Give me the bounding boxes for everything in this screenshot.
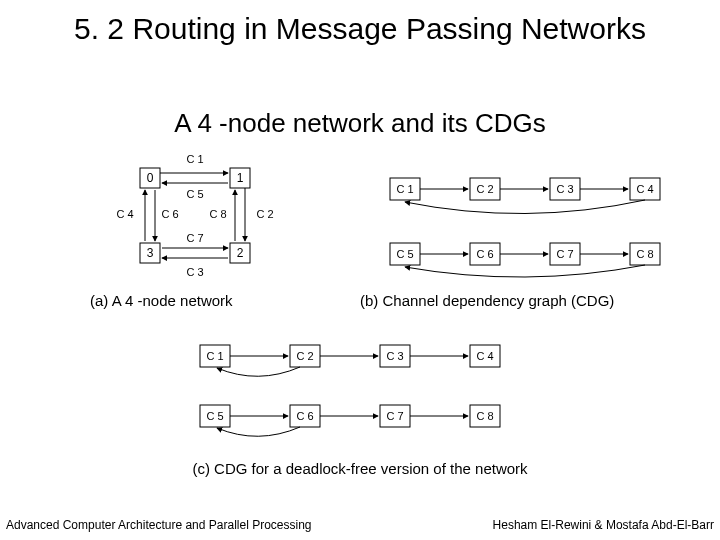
slide-subtitle: A 4 -node network and its CDGs xyxy=(0,108,720,139)
node-1: 1 xyxy=(237,171,244,185)
node-3: 3 xyxy=(147,246,154,260)
label-c4: C 4 xyxy=(116,208,133,220)
node-2: 2 xyxy=(237,246,244,260)
df-c2: C 2 xyxy=(296,350,313,362)
label-c1: C 1 xyxy=(186,153,203,165)
caption-c: (c) CDG for a deadlock-free version of t… xyxy=(0,460,720,477)
label-c8: C 8 xyxy=(209,208,226,220)
cdg-c3: C 3 xyxy=(556,183,573,195)
df-c4: C 4 xyxy=(476,350,493,362)
caption-b: (b) Channel dependency graph (CDG) xyxy=(360,292,614,309)
footer-right: Hesham El-Rewini & Mostafa Abd-El-Barr xyxy=(493,518,714,532)
node-0: 0 xyxy=(147,171,154,185)
cdg-c7: C 7 xyxy=(556,248,573,260)
caption-a: (a) A 4 -node network xyxy=(90,292,233,309)
cdg-c6: C 6 xyxy=(476,248,493,260)
df-c7: C 7 xyxy=(386,410,403,422)
label-c2: C 2 xyxy=(256,208,273,220)
df-c5: C 5 xyxy=(206,410,223,422)
cdg-c4: C 4 xyxy=(636,183,653,195)
figure-a: 0 1 2 3 C 1 C 2 C xyxy=(100,148,300,292)
cdg-c8: C 8 xyxy=(636,248,653,260)
footer-left: Advanced Computer Architecture and Paral… xyxy=(6,518,312,532)
cdg-c5: C 5 xyxy=(396,248,413,260)
figure-b: C 1 C 2 C 3 C 4 C 5 C 6 C 7 xyxy=(370,158,690,292)
df-c6: C 6 xyxy=(296,410,313,422)
cdg-c1: C 1 xyxy=(396,183,413,195)
df-c8: C 8 xyxy=(476,410,493,422)
label-c7: C 7 xyxy=(186,232,203,244)
figure-c: C 1 C 2 C 3 C 4 C 5 C 6 xyxy=(180,330,520,454)
label-c6: C 6 xyxy=(161,208,178,220)
label-c3: C 3 xyxy=(186,266,203,278)
df-c1: C 1 xyxy=(206,350,223,362)
section-title: 5. 2 Routing in Message Passing Networks xyxy=(0,12,720,47)
label-c5: C 5 xyxy=(186,188,203,200)
df-c3: C 3 xyxy=(386,350,403,362)
cdg-c2: C 2 xyxy=(476,183,493,195)
